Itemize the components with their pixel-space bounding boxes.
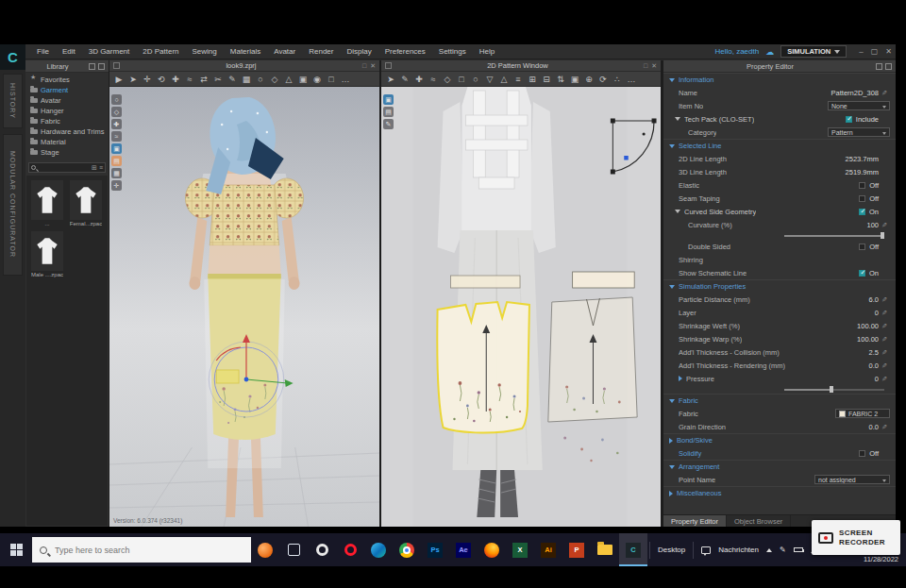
show-grid-icon[interactable]: ▦	[111, 168, 122, 178]
float-window-icon[interactable]: □	[362, 62, 366, 70]
cortana-icon[interactable]	[251, 533, 279, 566]
tab-object-browser[interactable]: Object Browser	[727, 515, 791, 527]
name-value[interactable]: Pattern2D_308	[831, 89, 879, 97]
point-name-dropdown[interactable]: not assigned	[814, 475, 890, 484]
pin-tool-icon[interactable]: ✚	[169, 73, 182, 86]
rotate-view-icon[interactable]: ⟲	[155, 73, 168, 86]
menu-preferences[interactable]: Preferences	[378, 44, 432, 59]
pen-tool-icon[interactable]: ✎	[226, 73, 239, 86]
camera-icon[interactable]: □	[325, 73, 338, 86]
close-window-icon[interactable]: ✕	[651, 62, 657, 70]
schematic-line-checkbox[interactable]	[859, 270, 865, 277]
maximize-icon[interactable]	[871, 47, 879, 56]
edit-icon[interactable]	[879, 361, 890, 370]
section-selected-line[interactable]: Selected Line	[663, 139, 896, 152]
show-avatar-icon[interactable]: ○	[111, 94, 122, 105]
measure-tool-icon[interactable]: ⇄	[197, 73, 210, 86]
curve-edit-icon[interactable]: ≈	[427, 73, 440, 86]
garment-toggle-icon[interactable]: ◇	[268, 73, 281, 86]
float-window-icon[interactable]: □	[644, 62, 647, 70]
item-no-dropdown[interactable]: None	[828, 101, 890, 110]
section-miscellaneous[interactable]: Miscellaneous	[663, 486, 896, 499]
edit-icon[interactable]	[879, 309, 890, 317]
thickness-rendering-value[interactable]: 0.0	[869, 361, 879, 370]
show-pins-icon[interactable]: ✚	[111, 119, 122, 129]
folder-icon[interactable]	[591, 533, 619, 566]
dart-tool-icon[interactable]: ▽	[483, 73, 496, 86]
scissors-tool-icon[interactable]: ✂	[211, 73, 225, 86]
close-window-icon[interactable]: ✕	[370, 62, 376, 70]
after-effects-icon[interactable]: Ae	[449, 533, 478, 566]
section-fabric[interactable]: Fabric	[663, 394, 896, 407]
transform-tool-icon[interactable]: ➤	[384, 73, 397, 86]
move-tool-icon[interactable]: ✛	[141, 73, 154, 86]
photoshop-icon[interactable]: Ps	[421, 533, 449, 566]
edit-icon[interactable]	[879, 89, 890, 97]
firefox-icon[interactable]	[478, 533, 506, 566]
opera-icon[interactable]	[336, 533, 364, 566]
task-view-icon[interactable]	[279, 533, 308, 566]
edit-icon[interactable]	[879, 322, 890, 330]
list-view-icon[interactable]: ≡	[99, 164, 103, 171]
library-item-hardware-trims[interactable]: Hardware and Trims	[25, 126, 109, 137]
excel-icon[interactable]: X	[506, 533, 534, 566]
library-search-input[interactable]	[38, 164, 90, 171]
close-icon[interactable]	[885, 47, 892, 56]
show-seams-icon[interactable]: ≈	[111, 131, 122, 142]
notch-tool-icon[interactable]: △	[497, 73, 511, 86]
3d-viewport[interactable]: ○◇✚≈▣▤▦✛	[109, 87, 379, 527]
shrinkage-warp-value[interactable]: 100.00	[857, 335, 879, 344]
show-garment-icon[interactable]: ◇	[111, 107, 122, 117]
menu-edit[interactable]: Edit	[56, 44, 82, 59]
powerpoint-icon[interactable]: P	[562, 533, 591, 566]
curvature-slider[interactable]	[663, 231, 896, 240]
texture-view-icon[interactable]: ▣	[296, 73, 310, 86]
desktop-toolbar-label[interactable]: Desktop	[658, 546, 685, 554]
start-button[interactable]	[0, 533, 32, 566]
add-library-icon[interactable]	[89, 63, 95, 70]
thumb-male-zpac[interactable]: Male ....zpac	[30, 231, 64, 277]
render-icon[interactable]: ◉	[310, 73, 324, 86]
notifications-icon[interactable]	[701, 546, 711, 554]
menu-materials[interactable]: Materials	[224, 44, 267, 59]
grid-view-icon[interactable]: ⊞	[92, 164, 97, 171]
circle-tool-icon[interactable]: ○	[469, 73, 482, 86]
float-panel-icon[interactable]	[876, 63, 882, 70]
thickness-collision-value[interactable]: 2.5	[869, 348, 879, 357]
select-tool-icon[interactable]: ➤	[126, 73, 140, 86]
pattern-piece-skirt-back[interactable]	[548, 297, 637, 422]
menu-settings[interactable]: Settings	[432, 44, 473, 59]
tray-expand-icon[interactable]	[766, 548, 772, 552]
pressure-slider-handle[interactable]	[830, 386, 833, 393]
notifications-label[interactable]: Nachrichten	[718, 546, 759, 554]
particle-distance-value[interactable]: 6.0	[869, 295, 879, 304]
thumb-garment-1[interactable]: ...	[30, 180, 64, 227]
rectangle-tool-icon[interactable]: □	[455, 73, 468, 86]
texture-2d-toggle-icon[interactable]: ▣	[383, 94, 394, 105]
section-simulation-properties[interactable]: Simulation Properties	[663, 279, 896, 293]
sewing-tool-icon[interactable]: ≈	[183, 73, 196, 86]
library-item-favorites[interactable]: Favorites	[25, 75, 109, 85]
screen-recorder-widget[interactable]: SCREEN RECORDER	[812, 520, 900, 555]
show-gizmo-icon[interactable]: ✛	[111, 180, 122, 191]
thumb-female-zpac[interactable]: Femal...zpac	[69, 180, 103, 227]
more-2d-tools-icon[interactable]: …	[625, 73, 638, 86]
edit-icon[interactable]	[879, 375, 890, 383]
zoom-tool-icon[interactable]: ⊕	[582, 73, 596, 86]
edit-icon[interactable]	[879, 423, 890, 431]
cloud-sync-icon[interactable]: ☁	[765, 47, 774, 57]
edit-icon[interactable]	[879, 295, 890, 304]
elastic-checkbox[interactable]	[859, 182, 865, 189]
menu-sewing[interactable]: Sewing	[186, 44, 224, 59]
edit-icon[interactable]	[879, 335, 890, 344]
menu-render[interactable]: Render	[302, 44, 340, 59]
category-dropdown[interactable]: Pattern	[828, 127, 890, 137]
grid-toggle-icon[interactable]: ▦	[240, 73, 253, 86]
edit-pattern-icon[interactable]: ✎	[398, 73, 411, 86]
curved-side-checkbox[interactable]	[859, 209, 865, 215]
pattern-piece-waistband-right[interactable]	[573, 272, 635, 288]
menu-file[interactable]: File	[30, 44, 56, 59]
library-item-avatar[interactable]: Avatar	[25, 95, 109, 106]
prop-row-curved-side-geometry[interactable]: Curved Side Geometry On	[663, 205, 896, 218]
include-checkbox[interactable]	[846, 116, 852, 123]
